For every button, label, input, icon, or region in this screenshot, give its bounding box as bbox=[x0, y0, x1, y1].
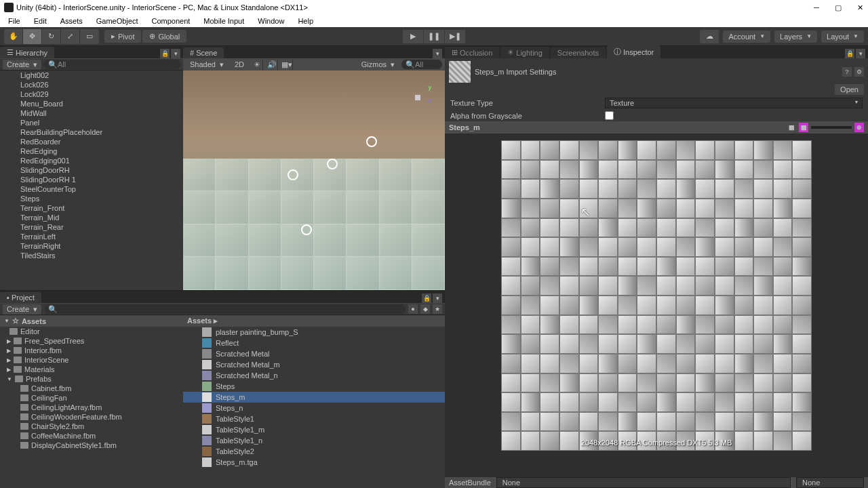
2d-toggle[interactable]: 2D bbox=[231, 60, 248, 69]
hierarchy-item[interactable]: SteelCounterTop bbox=[20, 184, 183, 194]
tree-item[interactable]: CeilingFan bbox=[0, 393, 183, 403]
menu-mobileinput[interactable]: Mobile Input bbox=[198, 16, 250, 26]
menu-edit[interactable]: Edit bbox=[28, 16, 52, 26]
asset-item[interactable]: TableStyle2 bbox=[183, 446, 445, 457]
mip-slider[interactable] bbox=[811, 126, 852, 129]
tree-item[interactable]: ▼Prefabs bbox=[0, 374, 183, 384]
scene-audio-icon[interactable]: 🔊 bbox=[266, 59, 278, 70]
project-menu-icon[interactable]: ▾ bbox=[433, 293, 442, 303]
filter-icon[interactable]: ● bbox=[408, 304, 418, 314]
help-icon[interactable]: ? bbox=[842, 67, 852, 77]
hierarchy-search[interactable]: 🔍All bbox=[44, 60, 180, 69]
move-tool[interactable]: ✥ bbox=[23, 29, 42, 44]
project-search[interactable]: 🔍 bbox=[44, 304, 406, 314]
hierarchy-item[interactable]: TerrainLeft bbox=[20, 232, 183, 241]
tab-inspector[interactable]: ⓘ Inspector bbox=[607, 45, 660, 58]
alpha-grayscale-checkbox[interactable] bbox=[605, 111, 614, 120]
light-gizmo-icon[interactable] bbox=[366, 136, 377, 147]
light-gizmo-icon[interactable] bbox=[288, 169, 298, 180]
project-assets[interactable]: Assets ▸ plaster painting_bump_SReflectS… bbox=[183, 315, 445, 472]
tree-item[interactable]: CeilingWoodenFeature.fbm bbox=[0, 412, 183, 422]
project-lock-icon[interactable]: 🔒 bbox=[422, 293, 431, 303]
texture-preview[interactable]: 2048x2048 RGBA Compressed DXT5 5.3 MB ↖ bbox=[445, 134, 868, 477]
asset-item[interactable]: Reflect bbox=[183, 338, 445, 348]
tree-item[interactable]: ▶Materials bbox=[0, 365, 183, 374]
tab-occlusion[interactable]: ⊞ Occlusion bbox=[445, 47, 499, 58]
tree-item[interactable]: DisplayCabinetStyle1.fbm bbox=[0, 441, 183, 450]
asset-item[interactable]: Scratched Metal bbox=[183, 348, 445, 359]
rotate-tool[interactable]: ↻ bbox=[42, 29, 61, 44]
tree-item[interactable]: CeilingLightArray.fbm bbox=[0, 403, 183, 412]
tab-scene[interactable]: # Scene bbox=[183, 47, 224, 58]
rect-tool[interactable]: ▭ bbox=[80, 29, 99, 44]
menu-assets[interactable]: Assets bbox=[55, 16, 88, 26]
global-toggle[interactable]: ⊕Global bbox=[142, 30, 186, 43]
tree-item[interactable]: Cabinet.fbm bbox=[0, 384, 183, 393]
menu-window[interactable]: Window bbox=[252, 16, 290, 26]
scene-light-icon[interactable]: ☀ bbox=[251, 59, 263, 70]
assetbundle-name-dropdown[interactable]: None bbox=[496, 477, 791, 488]
tree-item[interactable]: ▶Free_SpeedTrees bbox=[0, 336, 183, 346]
gizmos-dropdown[interactable]: Gizmos ▾ bbox=[357, 60, 399, 70]
hierarchy-item[interactable]: RearBuildingPlaceholder bbox=[20, 127, 183, 137]
hierarchy-item[interactable]: TiledStairs bbox=[20, 251, 183, 260]
project-create-dropdown[interactable]: Create ▾ bbox=[3, 304, 41, 314]
scene-view[interactable]: y z bbox=[183, 70, 445, 290]
cloud-button[interactable]: ☁ bbox=[700, 30, 719, 43]
asset-item[interactable]: plaster painting_bump_S bbox=[183, 327, 445, 338]
open-button[interactable]: Open bbox=[835, 84, 864, 95]
save-filter-icon[interactable]: ★ bbox=[433, 304, 442, 314]
filter-type-icon[interactable]: ◆ bbox=[420, 304, 430, 314]
hierarchy-item[interactable]: Terrain_Mid bbox=[20, 213, 183, 222]
hierarchy-list[interactable]: Light002Lock026Lock029Menu_BoardMidWallP… bbox=[0, 70, 183, 290]
hierarchy-item[interactable]: MidWall bbox=[20, 108, 183, 118]
hierarchy-item[interactable]: TerrainRight bbox=[20, 241, 183, 251]
scene-search[interactable]: 🔍All bbox=[401, 60, 442, 69]
menu-component[interactable]: Component bbox=[146, 16, 195, 26]
asset-item[interactable]: TableStyle1_m bbox=[183, 424, 445, 435]
hierarchy-item[interactable]: Panel bbox=[20, 118, 183, 127]
texture-type-dropdown[interactable]: Texture▾ bbox=[605, 98, 863, 108]
tab-hierarchy[interactable]: ☰ Hierarchy bbox=[0, 47, 54, 58]
menu-file[interactable]: File bbox=[3, 16, 26, 26]
hierarchy-item[interactable]: RedEdging001 bbox=[20, 156, 183, 165]
asset-item[interactable]: Scratched Metal_m bbox=[183, 359, 445, 370]
inspector-menu-icon[interactable]: ▾ bbox=[856, 49, 865, 58]
asset-item[interactable]: Steps_n bbox=[183, 403, 445, 413]
hierarchy-item[interactable]: Steps bbox=[20, 194, 183, 203]
shading-dropdown[interactable]: Shaded ▾ bbox=[186, 60, 228, 70]
asset-item[interactable]: Steps bbox=[183, 381, 445, 392]
inspector-lock-icon[interactable]: 🔒 bbox=[845, 49, 854, 58]
hierarchy-item[interactable]: RedEdging bbox=[20, 146, 183, 156]
orientation-gizmo[interactable]: y z bbox=[404, 84, 431, 111]
play-button[interactable]: ▶ bbox=[403, 30, 423, 43]
hierarchy-item[interactable]: SlidingDoorRH 1 bbox=[20, 175, 183, 184]
hierarchy-create-dropdown[interactable]: Create ▾ bbox=[3, 60, 41, 70]
tree-item[interactable]: CoffeeMachine.fbm bbox=[0, 431, 183, 441]
hierarchy-item[interactable]: RedBoarder bbox=[20, 137, 183, 146]
settings-gear-icon[interactable]: ⚙ bbox=[854, 67, 864, 77]
menu-gameobject[interactable]: GameObject bbox=[91, 16, 144, 26]
account-dropdown[interactable]: Account▼ bbox=[723, 30, 770, 43]
preview-mode-icon[interactable]: ▦ bbox=[787, 123, 796, 132]
tree-item[interactable]: ▶Interior.fbm bbox=[0, 346, 183, 355]
asset-item[interactable]: Steps_m bbox=[183, 392, 445, 403]
maximize-button[interactable]: ▢ bbox=[834, 3, 842, 12]
hierarchy-item[interactable]: Lock029 bbox=[20, 89, 183, 99]
preview-rgba-icon[interactable]: ▦ bbox=[799, 123, 808, 132]
asset-item[interactable]: TableStyle1_n bbox=[183, 435, 445, 446]
asset-item[interactable]: Steps_m.tga bbox=[183, 457, 445, 468]
layout-dropdown[interactable]: Layout▼ bbox=[821, 30, 864, 43]
step-button[interactable]: ▶❚ bbox=[445, 30, 465, 43]
hierarchy-item[interactable]: Lock026 bbox=[20, 80, 183, 89]
tab-project[interactable]: ▪ Project bbox=[0, 292, 41, 303]
scene-menu-icon[interactable]: ▾ bbox=[433, 49, 442, 58]
scale-tool[interactable]: ⤢ bbox=[61, 29, 80, 44]
layers-dropdown[interactable]: Layers▼ bbox=[774, 30, 817, 43]
minimize-button[interactable]: ─ bbox=[812, 3, 821, 12]
breadcrumb[interactable]: Assets ▸ bbox=[183, 315, 445, 327]
hierarchy-lock-icon[interactable]: 🔒 bbox=[160, 49, 170, 58]
asset-item[interactable]: TableStyle1 bbox=[183, 413, 445, 424]
hierarchy-item[interactable]: Terrain_Front bbox=[20, 203, 183, 213]
tree-item[interactable]: Editor bbox=[0, 327, 183, 336]
